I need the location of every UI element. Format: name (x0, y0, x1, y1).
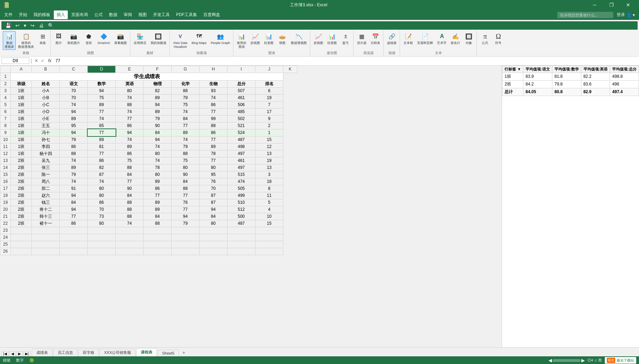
line-chart-btn[interactable]: 📈 折线图 (249, 31, 262, 46)
grid-cell[interactable]: 94 (60, 108, 88, 115)
grid-cell[interactable]: 505 (227, 185, 255, 192)
redo-qa-btn[interactable]: ↪ (29, 22, 36, 29)
grid-cell[interactable] (144, 227, 172, 234)
grid-cell[interactable]: 将十二 (32, 206, 60, 213)
grid-cell[interactable] (199, 234, 227, 241)
grid-cell[interactable]: 95 (199, 171, 227, 178)
textbox-btn[interactable]: 📝 文本框 (402, 31, 415, 46)
grid-cell[interactable]: 86 (88, 199, 116, 206)
grid-cell[interactable]: 1班 (11, 129, 32, 136)
grid-cell[interactable]: 88 (172, 150, 199, 157)
grid-cell[interactable]: 10 (255, 213, 283, 220)
grid-cell[interactable]: 89 (144, 178, 172, 185)
pivot-cell[interactable]: 80.8 (552, 88, 581, 96)
grid-cell[interactable]: 521 (227, 122, 255, 129)
people-graph-btn[interactable]: 👥 People Graph (209, 31, 232, 46)
grid-cell[interactable]: 74 (199, 94, 227, 101)
grid-cell[interactable] (60, 227, 88, 234)
header-cell-shuxue[interactable]: 数学 (88, 80, 116, 87)
grid-cell[interactable]: 87 (88, 171, 116, 178)
grid-cell[interactable]: 李四 (32, 143, 60, 150)
grid-cell[interactable]: 孙七 (32, 136, 60, 143)
menu-insert[interactable]: 插入 (54, 10, 68, 19)
app-store-btn[interactable]: 🏪 应用商店 (132, 31, 148, 46)
grid-cell[interactable]: 81 (88, 143, 116, 150)
grid-cell[interactable] (60, 248, 88, 255)
grid-cell[interactable]: 74 (60, 101, 88, 108)
grid-cell[interactable]: 94 (60, 192, 88, 199)
recommended-pivot-btn[interactable]: 📋 推荐的数据透视表 (16, 31, 36, 50)
grid-cell[interactable]: 74 (116, 108, 144, 115)
grid-cell[interactable]: 89 (199, 143, 227, 150)
grid-cell[interactable]: 1班 (11, 143, 32, 150)
close-btn[interactable]: ✕ (620, 0, 636, 10)
grid-cell[interactable] (172, 234, 199, 241)
wordart-btn[interactable]: A 艺术字 (435, 31, 448, 46)
menu-review[interactable]: 审阅 (121, 10, 135, 19)
grid-cell[interactable]: 19 (255, 157, 283, 164)
sheet-nav-next[interactable]: ▶ (16, 351, 23, 356)
grid-cell[interactable] (88, 248, 116, 255)
grid-cell[interactable]: 88 (172, 185, 199, 192)
undo-qa-btn[interactable]: ↩ (14, 22, 21, 29)
grid-cell[interactable]: 周八 (32, 178, 60, 185)
my-addins-btn[interactable]: 🔲 我的加载项 (149, 31, 168, 46)
grid-cell[interactable]: 7 (255, 101, 283, 108)
grid-cell[interactable] (144, 248, 172, 255)
menu-formula[interactable]: 公式 (92, 10, 106, 19)
grid-cell[interactable]: 70 (199, 185, 227, 192)
grid-cell[interactable]: 94 (116, 129, 144, 136)
grid-cell[interactable]: 89 (60, 164, 88, 171)
grid-cell[interactable]: 86 (60, 143, 88, 150)
menu-search-input[interactable] (557, 12, 613, 18)
grid-cell[interactable]: 13 (255, 150, 283, 157)
grid-cell[interactable]: 85 (88, 122, 116, 129)
grid-cell[interactable]: 502 (227, 115, 255, 122)
menu-file[interactable]: 文件 (1, 10, 15, 19)
sparkline-winloss-btn[interactable]: ± 盈亏 (339, 31, 352, 46)
grid-cell[interactable]: 86 (88, 157, 116, 164)
visio-btn[interactable]: V Visio DataVisualizer (172, 31, 189, 50)
grid-cell[interactable]: 84 (144, 213, 172, 220)
grid-cell[interactable]: 87 (199, 192, 227, 199)
grid-cell[interactable]: 褚十一 (32, 220, 60, 227)
grid-cell[interactable] (11, 227, 32, 234)
grid-cell[interactable]: 吴九 (32, 157, 60, 164)
grid-cell[interactable]: 79 (172, 143, 199, 150)
grid-cell[interactable]: 74 (116, 220, 144, 227)
grid-cell[interactable] (144, 234, 172, 241)
grid-cell[interactable]: 94 (144, 136, 172, 143)
grid-cell[interactable]: 86 (116, 150, 144, 157)
formula-symbol-btn[interactable]: π 公式 (479, 31, 491, 46)
grid-cell[interactable] (199, 241, 227, 248)
pivot-table-btn[interactable]: 📊 数据透视表 (3, 31, 16, 50)
grid-cell[interactable]: 74 (144, 143, 172, 150)
grid-cell[interactable]: 89 (144, 206, 172, 213)
grid-cell[interactable]: 74 (172, 136, 199, 143)
grid-cell[interactable]: 77 (88, 150, 116, 157)
grid-cell[interactable] (60, 234, 88, 241)
grid-cell[interactable]: 94 (144, 101, 172, 108)
grid-cell[interactable]: 1班 (11, 101, 32, 108)
grid-cell[interactable]: 88 (116, 206, 144, 213)
grid-cell[interactable]: 88 (116, 164, 144, 171)
grid-cell[interactable]: 77 (199, 157, 227, 164)
pivot-cell[interactable]: 496 (610, 80, 639, 88)
print-qa-btn[interactable]: 🖨 (38, 22, 45, 29)
grid-cell[interactable]: 84 (172, 178, 199, 185)
grid-cell[interactable] (199, 248, 227, 255)
grid-cell[interactable]: 88 (144, 220, 172, 227)
grid-cell[interactable]: 小A (32, 87, 60, 94)
sparkline-line-btn[interactable]: 📈 折线图 (312, 31, 325, 46)
bing-maps-btn[interactable]: 🗺 Bing Maps (190, 31, 208, 46)
recommended-charts-btn[interactable]: 📊 推荐的图表 (235, 31, 248, 50)
grid-cell[interactable]: 74 (60, 178, 88, 185)
grid-cell[interactable] (32, 234, 60, 241)
undo-dropdown-qa-btn[interactable]: ▾ (23, 22, 27, 29)
col-header-G[interactable]: G (172, 66, 199, 73)
grid-cell[interactable]: 13 (255, 164, 283, 171)
grid-cell[interactable]: 2 (255, 122, 283, 129)
header-cell-huaxue[interactable]: 化学 (172, 80, 199, 87)
col-header-B[interactable]: B (32, 66, 60, 73)
grid-cell[interactable]: 515 (227, 171, 255, 178)
